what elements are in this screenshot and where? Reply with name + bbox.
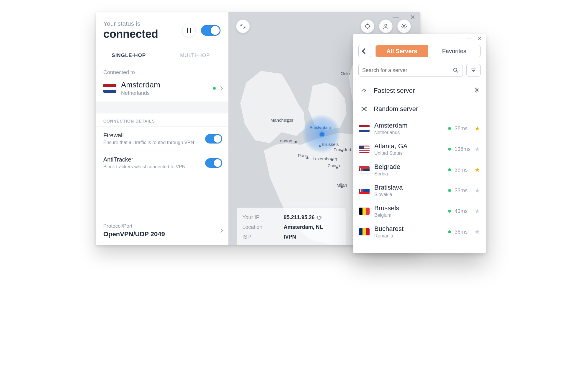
server-city: Bratislava bbox=[374, 184, 448, 191]
connected-name-block: Amsterdam Netherlands bbox=[121, 80, 213, 96]
favorite-star-button[interactable]: ★ bbox=[475, 146, 480, 153]
ip-info-card: Your IP 95.211.95.26 Location Amsterdam,… bbox=[237, 208, 346, 245]
firewall-sub: Ensure that all traffic is routed throug… bbox=[103, 140, 194, 145]
amsterdam-dot-icon bbox=[320, 132, 324, 136]
flag-icon bbox=[359, 166, 370, 173]
location-label: Location bbox=[242, 224, 284, 230]
city-label-manchester: Manchester bbox=[270, 118, 293, 123]
account-button[interactable] bbox=[379, 19, 393, 33]
fastest-server-row[interactable]: Fastest server bbox=[353, 82, 486, 100]
favorite-star-button[interactable]: ★ bbox=[475, 125, 480, 132]
server-city: Atlanta, GA bbox=[374, 142, 448, 150]
antitracker-text: AntiTracker Block trackers whilst connec… bbox=[103, 156, 185, 170]
window-minimize-button[interactable]: — bbox=[393, 14, 399, 21]
search-input[interactable] bbox=[362, 67, 453, 74]
svg-point-4 bbox=[476, 89, 478, 91]
server-row[interactable]: BrusselsBelgium43ms★ bbox=[353, 201, 486, 221]
search-box[interactable] bbox=[358, 64, 463, 77]
city-label-zurich: Zurich bbox=[328, 163, 340, 168]
pause-button[interactable] bbox=[182, 24, 196, 37]
collapse-button[interactable] bbox=[236, 19, 250, 33]
ip-row: Your IP 95.211.95.26 bbox=[242, 213, 340, 222]
server-header: All Servers Favorites bbox=[353, 43, 486, 61]
server-latency: 38ms bbox=[455, 126, 471, 132]
server-country: Romania bbox=[374, 233, 448, 239]
ip-value: 95.211.95.26 bbox=[284, 214, 315, 221]
server-country: United States bbox=[374, 151, 448, 156]
status-dot-icon bbox=[448, 168, 451, 171]
filter-button[interactable] bbox=[466, 64, 481, 77]
status-prefix: Your status is bbox=[103, 20, 158, 27]
connection-toggle[interactable] bbox=[201, 25, 220, 36]
server-text: BrusselsBelgium bbox=[374, 204, 448, 218]
random-server-row[interactable]: Random server bbox=[353, 100, 486, 118]
protocol-text: Protocol/Port OpenVPN/UDP 2049 bbox=[103, 223, 165, 238]
window-close-button[interactable]: × bbox=[410, 12, 415, 22]
server-list-window: — × All Servers Favorites bbox=[353, 34, 486, 253]
protocol-value: OpenVPN/UDP 2049 bbox=[103, 230, 165, 238]
filter-icon bbox=[470, 67, 477, 74]
tab-multi-hop[interactable]: MULTI-HOP bbox=[162, 47, 228, 64]
protocol-row[interactable]: Protocol/Port OpenVPN/UDP 2049 bbox=[96, 218, 228, 245]
segment-favorites[interactable]: Favorites bbox=[428, 45, 481, 57]
collapse-icon bbox=[240, 23, 246, 30]
firewall-toggle[interactable] bbox=[205, 134, 222, 144]
fastest-settings-button[interactable] bbox=[473, 87, 480, 94]
back-button[interactable] bbox=[358, 45, 371, 57]
city-label-paris: Paris bbox=[298, 153, 308, 158]
gauge-icon bbox=[359, 87, 369, 94]
hop-tabs: SINGLE-HOP MULTI-HOP bbox=[96, 47, 228, 64]
server-row[interactable]: Atlanta, GAUnited States138ms★ bbox=[353, 139, 486, 159]
section-divider bbox=[96, 102, 228, 113]
server-meta: 138ms★ bbox=[448, 146, 480, 153]
status-dot-icon bbox=[448, 230, 451, 233]
favorite-star-button[interactable]: ★ bbox=[475, 187, 480, 194]
antitracker-title: AntiTracker bbox=[103, 156, 185, 163]
favorite-star-button[interactable]: ★ bbox=[475, 208, 480, 215]
status-controls bbox=[182, 24, 220, 37]
firewall-text: Firewall Ensure that all traffic is rout… bbox=[103, 132, 194, 145]
segment-all-servers[interactable]: All Servers bbox=[376, 45, 428, 57]
server-row[interactable]: BucharestRomania36ms★ bbox=[353, 221, 486, 242]
favorite-star-button[interactable]: ★ bbox=[475, 228, 480, 235]
crosshair-icon bbox=[364, 23, 371, 30]
antitracker-toggle[interactable] bbox=[205, 158, 222, 168]
isp-row: ISP IVPN bbox=[242, 232, 340, 242]
connected-server-row[interactable]: Amsterdam Netherlands bbox=[96, 78, 228, 102]
flag-icon bbox=[359, 125, 370, 132]
isp-value: IVPN bbox=[284, 234, 296, 240]
server-row[interactable]: BelgradeSerbia39ms★ bbox=[353, 159, 486, 180]
status-dot-icon bbox=[448, 210, 451, 213]
connected-city: Amsterdam bbox=[121, 80, 213, 89]
server-latency: 43ms bbox=[455, 208, 471, 214]
server-city: Bucharest bbox=[374, 225, 448, 233]
locate-button[interactable] bbox=[361, 19, 374, 33]
status-state: connected bbox=[103, 28, 158, 40]
connected-country: Netherlands bbox=[121, 90, 213, 96]
server-row[interactable]: AmsterdamNetherlands38ms★ bbox=[353, 118, 486, 139]
gear-icon bbox=[473, 87, 480, 93]
connection-details-header: CONNECTION DETAILS bbox=[96, 113, 228, 126]
server-meta: 33ms★ bbox=[448, 187, 480, 194]
toggle-knob bbox=[211, 26, 220, 35]
favorite-star-button[interactable]: ★ bbox=[475, 166, 480, 173]
refresh-icon[interactable] bbox=[317, 215, 321, 220]
server-country: Slovakia bbox=[374, 192, 448, 197]
window-close-button[interactable]: × bbox=[478, 34, 482, 43]
chevron-right-icon bbox=[219, 86, 223, 90]
tab-single-hop[interactable]: SINGLE-HOP bbox=[96, 47, 162, 64]
server-meta: 43ms★ bbox=[448, 208, 480, 215]
settings-button[interactable] bbox=[397, 19, 411, 33]
city-label-london: London bbox=[277, 138, 292, 143]
status-dot-icon bbox=[448, 189, 451, 192]
connected-to-label: Connected to bbox=[96, 64, 228, 78]
city-dot-icon bbox=[295, 141, 297, 143]
server-text: AmsterdamNetherlands bbox=[374, 122, 448, 135]
window-minimize-button[interactable]: — bbox=[466, 35, 472, 42]
server-city: Brussels bbox=[374, 204, 448, 212]
server-text: Atlanta, GAUnited States bbox=[374, 142, 448, 156]
server-row[interactable]: BratislavaSlovakia33ms★ bbox=[353, 180, 486, 201]
svg-point-2 bbox=[403, 25, 405, 27]
server-meta: 39ms★ bbox=[448, 166, 480, 173]
status-dot-icon bbox=[448, 127, 451, 130]
